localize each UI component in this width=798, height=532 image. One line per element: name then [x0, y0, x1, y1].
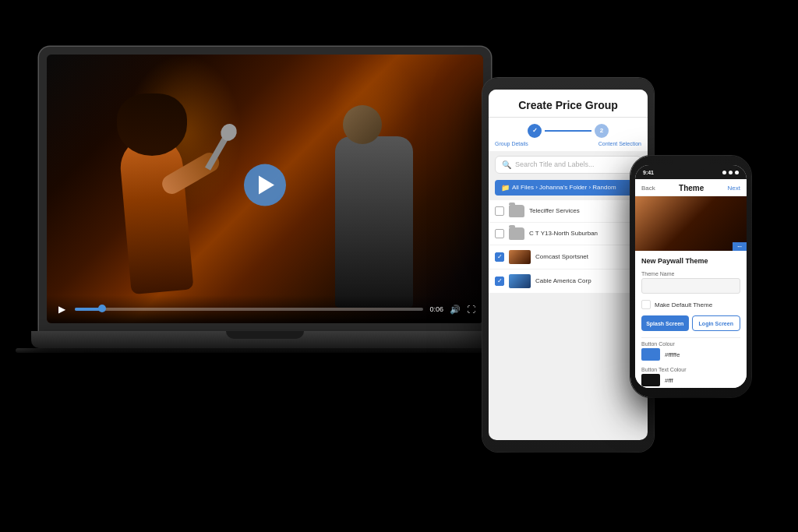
theme-name-label: Theme Name: [641, 271, 740, 277]
table-row[interactable]: ✓ Comcast Sportsnet: [489, 245, 648, 270]
create-price-group-title: Create Price Group: [496, 99, 640, 112]
signal-icon: [722, 171, 726, 174]
phone-thumb-button[interactable]: ···: [733, 242, 747, 251]
step-2-label-text: Content Selection: [598, 141, 641, 146]
video-play-button[interactable]: ▶: [55, 302, 69, 316]
laptop-screen-outer: ▶ 0:06 🔊 ⛶: [39, 47, 491, 331]
video-thumb-1: [509, 250, 531, 264]
file-checkbox-3[interactable]: ✓: [495, 252, 504, 262]
folder-icon-1: [509, 205, 524, 217]
phone-screen: 9:41 Back Theme Next ··· New Paywall The…: [635, 165, 747, 388]
folder-icon-2: [509, 227, 524, 240]
concert-background: ▶ 0:06 🔊 ⛶: [47, 55, 483, 323]
button-colour-value: #fffffe: [665, 351, 680, 358]
phone-nav-header: Back Theme Next: [635, 179, 747, 196]
file-checkbox-1[interactable]: [495, 206, 504, 216]
button-text-colour-value: #fff: [665, 377, 673, 384]
tablet-screen: Create Price Group ✓ 2 Group Details Con…: [489, 90, 648, 440]
phone-status-icons: [722, 171, 739, 174]
singer-body: [118, 134, 193, 294]
laptop-base: [31, 331, 499, 348]
breadcrumb-row[interactable]: 📁 All Files › Johanna's Folder › Random: [495, 180, 641, 196]
search-icon: 🔍: [502, 160, 511, 169]
tablet-device: Create Price Group ✓ 2 Group Details Con…: [482, 78, 654, 452]
button-text-colour-group: Button Text Colour #fff: [641, 367, 740, 386]
table-row[interactable]: Teleciffer Services: [489, 200, 648, 223]
button-text-colour-swatch[interactable]: [641, 374, 660, 386]
splash-login-buttons: Splash Screen Login Screen: [641, 315, 740, 331]
video-controls-bar: ▶ 0:06 🔊 ⛶: [47, 295, 483, 323]
volume-icon[interactable]: 🔊: [450, 305, 461, 315]
phone-section-title: New Paywall Theme: [641, 257, 740, 265]
file-name-3: Comcast Sportsnet: [535, 253, 641, 260]
button-text-colour-row: #fff: [641, 374, 740, 386]
musician-head: [343, 105, 382, 144]
breadcrumb-text: All Files › Johanna's Folder › Random: [512, 184, 616, 191]
phone-next-button[interactable]: Next: [728, 185, 740, 192]
laptop-hinge-notch: [226, 331, 304, 339]
step-1-label-text: Group Details: [495, 141, 528, 146]
step-1-circle: ✓: [528, 124, 542, 138]
table-row[interactable]: ✓ Cable America Corp: [489, 270, 648, 294]
file-checkbox-2[interactable]: [495, 229, 504, 238]
battery-icon: [735, 171, 739, 174]
step-connector: [545, 130, 591, 132]
tablet-header: Create Price Group: [489, 90, 648, 118]
steps-indicator: ✓ 2: [489, 118, 648, 141]
button-text-colour-label: Button Text Colour: [641, 367, 740, 372]
progress-dot: [98, 305, 106, 312]
step-1-label: ✓: [532, 127, 538, 134]
step-labels-row: Group Details Content Selection: [489, 141, 648, 151]
wifi-icon: [729, 171, 733, 174]
phone-notch: [672, 156, 711, 170]
default-theme-checkbox[interactable]: [641, 300, 651, 309]
laptop-foot: [16, 348, 514, 353]
file-name-1: Teleciffer Services: [529, 207, 641, 214]
login-screen-label: Login Screen: [699, 321, 733, 326]
button-colour-label: Button Colour: [641, 341, 740, 347]
file-checkbox-4[interactable]: ✓: [495, 277, 504, 286]
progress-bar[interactable]: [75, 308, 423, 311]
phone-concert-thumbnail: ···: [635, 196, 747, 251]
fullscreen-icon[interactable]: ⛶: [467, 305, 475, 314]
phone-content-area: New Paywall Theme Theme Name Make Defaul…: [635, 251, 747, 388]
phone-time: 9:41: [643, 170, 654, 175]
splash-screen-label: Splash Screen: [646, 321, 683, 326]
search-bar[interactable]: 🔍 Search Title and Labels...: [495, 156, 641, 174]
login-screen-button[interactable]: Login Screen: [692, 315, 741, 331]
file-name-4: Cable America Corp: [535, 277, 641, 284]
splash-screen-button[interactable]: Splash Screen: [641, 315, 689, 331]
musician-body: [335, 136, 413, 308]
file-name-2: C T Y13-North Suburban: [529, 230, 641, 237]
table-row[interactable]: C T Y13-North Suburban: [489, 223, 648, 245]
laptop-screen: ▶ 0:06 🔊 ⛶: [47, 55, 483, 323]
progress-fill: [75, 308, 103, 311]
step-2-label: 2: [600, 127, 603, 134]
button-colour-swatch[interactable]: [641, 348, 660, 361]
microphone-head: [217, 121, 239, 143]
video-time: 0:06: [429, 305, 443, 313]
file-list: Teleciffer Services C T Y13-North Suburb…: [489, 199, 648, 440]
singer-figure: [94, 90, 249, 292]
divider-1: [641, 337, 740, 338]
button-colour-row: #fffffe: [641, 348, 740, 361]
main-scene: ▶ 0:06 🔊 ⛶: [0, 0, 798, 532]
singer-hair: [117, 93, 187, 156]
phone-back-button[interactable]: Back: [641, 185, 655, 192]
play-button[interactable]: [244, 164, 286, 206]
search-placeholder-text: Search Title and Labels...: [515, 160, 595, 168]
phone-screen-title: Theme: [679, 184, 704, 192]
phone-device: 9:41 Back Theme Next ··· New Paywall The…: [630, 156, 751, 397]
laptop-device: ▶ 0:06 🔊 ⛶: [39, 47, 522, 374]
default-theme-row[interactable]: Make Default Theme: [641, 300, 740, 309]
button-colour-group: Button Colour #fffffe: [641, 341, 740, 361]
play-icon: [259, 175, 274, 194]
video-thumb-2: [509, 274, 531, 288]
default-theme-label: Make Default Theme: [655, 301, 712, 308]
musician-figure: [320, 113, 436, 308]
theme-name-input[interactable]: [641, 278, 740, 294]
folder-icon: 📁: [501, 184, 510, 192]
step-2-circle: 2: [595, 124, 609, 138]
theme-name-group: Theme Name: [641, 271, 740, 294]
